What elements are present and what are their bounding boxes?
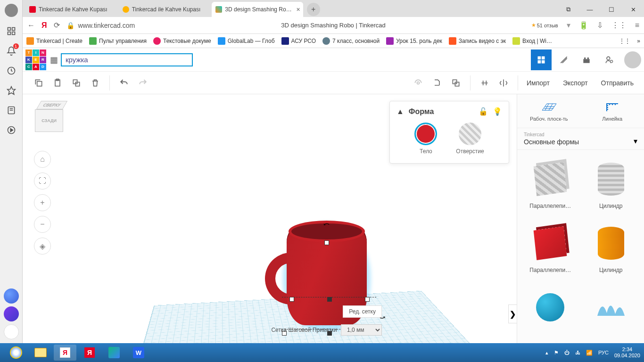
selection-handle[interactable] bbox=[324, 240, 329, 245]
yandex-app-icon[interactable]: Я bbox=[78, 345, 101, 361]
reviews-badge[interactable]: ★51 отзыв bbox=[531, 22, 558, 28]
browser-tab[interactable]: Tinkercad ile Kahve Kupası bbox=[25, 2, 119, 17]
viewcube[interactable]: СВЕРХУ СЗАДИ bbox=[34, 101, 67, 134]
yandex-browser-icon[interactable]: Я bbox=[54, 345, 76, 361]
bookmark-item[interactable]: Пульт управления bbox=[89, 37, 147, 45]
ungroup-button[interactable] bbox=[447, 74, 464, 91]
apps-icon[interactable] bbox=[6, 25, 17, 37]
back-icon[interactable]: ← bbox=[27, 21, 35, 30]
clock[interactable]: 2:34 09.04.2020 bbox=[614, 346, 640, 359]
shape-box-solid[interactable]: Параллелепи… bbox=[521, 220, 580, 280]
blocks-mode-button[interactable] bbox=[531, 49, 552, 70]
selection-handle[interactable] bbox=[365, 297, 370, 302]
selection-handle[interactable] bbox=[289, 297, 294, 302]
alice-assistant-icon[interactable] bbox=[4, 288, 19, 304]
collections-icon[interactable] bbox=[6, 105, 17, 116]
delete-button[interactable] bbox=[87, 74, 104, 91]
wifi-icon[interactable]: 📶 bbox=[586, 350, 593, 356]
duplicate-button[interactable] bbox=[68, 74, 85, 91]
snap-select[interactable]: 1,0 мм bbox=[341, 324, 382, 336]
new-tab-button[interactable]: + bbox=[307, 3, 320, 16]
copy-button[interactable] bbox=[30, 74, 47, 91]
edit-name-icon[interactable]: ▦ bbox=[50, 55, 58, 65]
pip-icon[interactable]: ⧉ bbox=[557, 2, 579, 17]
power-icon[interactable]: ⏻ bbox=[564, 350, 570, 355]
bricks-mode-button[interactable] bbox=[553, 49, 574, 70]
bookmark-item[interactable]: Текстовые докуме bbox=[153, 37, 211, 45]
zoom-out-button[interactable]: − bbox=[34, 216, 51, 233]
hole-option[interactable]: Отверстие bbox=[456, 123, 484, 155]
lego-mode-button[interactable] bbox=[576, 49, 597, 70]
close-icon[interactable]: × bbox=[297, 6, 300, 13]
tray-chevron-icon[interactable]: ▴ bbox=[545, 350, 548, 356]
ie-icon[interactable] bbox=[5, 345, 27, 361]
selection-handle[interactable] bbox=[327, 297, 332, 302]
explorer-icon[interactable] bbox=[29, 345, 52, 361]
share-user-button[interactable] bbox=[599, 49, 619, 70]
minimize-icon[interactable]: — bbox=[579, 2, 601, 17]
visibility-button[interactable] bbox=[410, 74, 427, 91]
collapse-icon[interactable]: ▲ bbox=[396, 107, 404, 116]
tinkercad-logo[interactable]: TIN KER CAD bbox=[25, 49, 46, 70]
browser-tab-active[interactable]: 3D design Smashing Ro…× bbox=[212, 2, 303, 17]
bulb-icon[interactable]: 💡 bbox=[493, 107, 502, 116]
downloads-icon[interactable]: ⇩ bbox=[597, 21, 603, 30]
yandex-logo-icon[interactable]: Я bbox=[41, 21, 47, 30]
bookmark-extensions-icon[interactable]: ⋮⋮ bbox=[619, 38, 630, 44]
bookmark-item[interactable]: GlobalLab — Глоб bbox=[218, 37, 275, 45]
solid-option[interactable]: Тело bbox=[414, 123, 437, 155]
edit-grid-button[interactable]: Ред. сетку bbox=[343, 305, 382, 318]
bookmark-item[interactable]: АСУ РСО bbox=[281, 37, 316, 45]
3d-canvas[interactable]: СВЕРХУ СЗАДИ ⌂ ⛶ + − ◈ bbox=[23, 94, 517, 343]
bookmark-item[interactable]: Запись видео с эк bbox=[449, 37, 506, 45]
user-avatar[interactable] bbox=[624, 51, 641, 68]
export-button[interactable]: Экспорт bbox=[556, 79, 594, 87]
language-indicator[interactable]: РУС bbox=[598, 350, 609, 355]
history-icon[interactable] bbox=[6, 65, 17, 76]
battery-icon[interactable]: 🔋 bbox=[579, 21, 588, 30]
share-button[interactable]: Отправить bbox=[594, 79, 640, 87]
zoom-in-button[interactable]: + bbox=[34, 194, 51, 211]
bell-icon[interactable]: 1 bbox=[6, 45, 17, 57]
shape-category-picker[interactable]: Tinkercad Основные формы ▾ bbox=[517, 128, 644, 150]
shape-cylinder-solid[interactable]: Цилиндр bbox=[582, 220, 641, 280]
alice-skill-icon[interactable] bbox=[4, 306, 19, 321]
extensions-icon[interactable]: ⋮⋮ bbox=[611, 21, 627, 30]
paste-button[interactable] bbox=[49, 74, 66, 91]
word-icon[interactable]: W bbox=[127, 345, 150, 361]
undo-button[interactable] bbox=[116, 74, 132, 91]
yandex-icon[interactable] bbox=[4, 324, 19, 339]
redo-button[interactable] bbox=[134, 74, 151, 91]
shape-sphere[interactable] bbox=[521, 284, 580, 337]
shape-organic[interactable] bbox=[582, 284, 641, 337]
ruler-tool[interactable]: Линейка bbox=[581, 94, 644, 128]
collapse-panel-button[interactable]: ❯ bbox=[508, 304, 517, 323]
reload-icon[interactable]: ⟳ bbox=[54, 21, 60, 30]
bookmark-item[interactable]: Tinkercad | Create bbox=[26, 37, 83, 45]
home-view-button[interactable]: ⌂ bbox=[34, 151, 51, 168]
window-close-icon[interactable]: ✕ bbox=[622, 2, 644, 17]
mirror-button[interactable] bbox=[495, 74, 512, 91]
profile-avatar[interactable] bbox=[5, 4, 18, 17]
fit-view-button[interactable]: ⛶ bbox=[34, 173, 51, 189]
play-icon[interactable] bbox=[6, 124, 17, 136]
shape-cylinder-hole[interactable]: Цилиндр bbox=[582, 156, 641, 216]
flag-icon[interactable]: ⚑ bbox=[554, 350, 559, 356]
star-icon[interactable] bbox=[6, 85, 17, 96]
design-name-input[interactable] bbox=[61, 53, 193, 66]
bookmark-item[interactable]: 7 класс, основной bbox=[322, 37, 380, 45]
menu-icon[interactable]: ≡ bbox=[635, 21, 639, 30]
bookmark-overflow-icon[interactable]: » bbox=[637, 38, 640, 44]
system-tray[interactable]: ▴ ⚑ ⏻ 🖧 📶 РУС 2:34 09.04.2020 bbox=[545, 346, 640, 359]
shape-box-hole[interactable]: Параллелепи… bbox=[521, 156, 580, 216]
bookmark-item[interactable]: Вход | Wi… bbox=[512, 37, 552, 45]
group-button[interactable] bbox=[429, 74, 446, 91]
browser-tab[interactable]: Tinkercad ile Kahve Kupası bbox=[119, 2, 212, 17]
maximize-icon[interactable]: ☐ bbox=[601, 2, 622, 17]
ortho-view-button[interactable]: ◈ bbox=[34, 238, 51, 255]
import-button[interactable]: Импорт bbox=[520, 79, 556, 87]
lock-icon[interactable]: 🔓 bbox=[479, 107, 488, 116]
network-icon[interactable]: 🖧 bbox=[575, 350, 580, 355]
align-button[interactable] bbox=[476, 74, 493, 91]
workplane-tool[interactable]: Рабоч. плоск-ть bbox=[517, 94, 581, 128]
